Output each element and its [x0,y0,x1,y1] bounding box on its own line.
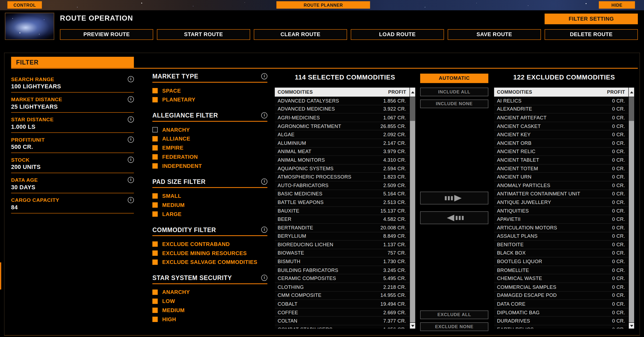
commodity-row[interactable]: ANCIENT TABLET0 CR. [494,156,628,165]
commodity-row[interactable]: DURADRIVES0 CR. [494,317,628,325]
commodity-row[interactable]: ASSAULT PLANS0 CR. [494,232,628,241]
commodity-row[interactable]: AQUAPONIC SYSTEMS2.594 CR. [275,164,410,173]
scrollbar[interactable] [629,88,634,328]
commodity-row[interactable]: ALEXANDRITE0 CR. [494,105,628,114]
filter-item-profit-unit[interactable]: PROFIT/UNITi500 CR. [11,136,134,153]
commodity-row[interactable]: BAUXITE15.137 CR. [275,207,410,215]
commodity-row[interactable]: ADVANCED CATALYSERS1.856 CR. [275,97,410,105]
control-button[interactable]: CONTROL [7,1,42,9]
tab-filter[interactable]: FILTER [11,57,134,68]
commodity-row[interactable]: ADVANCED MEDICINES3.922 CR. [275,105,410,114]
checkbox-small[interactable]: SMALL [152,191,267,200]
commodity-row[interactable]: AUTO-FABRICATORS2.509 CR. [275,181,410,190]
commodity-row[interactable]: DAMAGED ESCAPE POD0 CR. [494,291,628,300]
commodity-row[interactable]: CMM COMPOSITE14.955 CR. [275,291,410,300]
scroll-track[interactable] [410,97,415,323]
commodity-row[interactable]: ANTIMATTER CONTAINMENT UNIT0 CR. [494,190,628,198]
filter-item-cargo-capacity[interactable]: CARGO CAPACITYi84 [11,196,134,213]
checkbox-empire[interactable]: EMPIRE [152,143,267,152]
commodity-row[interactable]: COBALT19.494 CR. [275,300,410,308]
info-icon[interactable]: i [128,76,134,82]
commodity-row[interactable]: DIPLOMATIC BAG0 CR. [494,308,628,317]
save-route-button[interactable]: SAVE ROUTE [448,29,541,40]
clear-route-button[interactable]: CLEAR ROUTE [254,29,347,40]
commodity-row[interactable]: BOOTLEG LIQUOR0 CR. [494,258,628,266]
info-icon[interactable]: i [128,96,134,103]
info-icon[interactable]: i [128,177,134,183]
move-to-excluded-button[interactable] [420,192,488,205]
commodity-row[interactable]: ANCIENT RELIC0 CR. [494,147,628,156]
commodity-row[interactable]: ANCIENT CASKET0 CR. [494,122,628,131]
commodity-row[interactable]: BEER4.582 CR. [275,215,410,224]
info-icon[interactable]: i [261,112,267,118]
info-icon[interactable]: i [261,73,267,79]
filter-item-search-range[interactable]: SEARCH RANGEi100 LIGHTYEARS [11,76,134,93]
checkbox-exclude-mining-resources[interactable]: EXCLUDE MINING RESOURCES [152,248,267,258]
checkbox-medium[interactable]: MEDIUM [152,200,267,209]
commodity-row[interactable]: AGRONOMIC TREATMENT26.855 CR. [275,122,410,131]
info-icon[interactable]: i [261,227,267,233]
commodity-row[interactable]: ANCIENT ARTEFACT0 CR. [494,113,628,122]
commodity-row[interactable]: ANCIENT KEY0 CR. [494,131,628,139]
checkbox-medium[interactable]: MEDIUM [152,306,267,315]
checkbox-planetary[interactable]: PLANETARY [152,95,267,104]
automatic-button[interactable]: AUTOMATIC [420,74,488,83]
commodity-row[interactable]: EARTH RELICS0 CR. [494,325,628,328]
commodity-row[interactable]: BROMELLITE0 CR. [494,266,628,275]
info-icon[interactable]: i [128,137,134,143]
scroll-up-icon[interactable] [629,88,634,97]
commodity-row[interactable]: ANOMALY PARTICLES0 CR. [494,181,628,190]
checkbox-space[interactable]: SPACE [152,86,267,95]
commodity-row[interactable]: AGRI-MEDICINES1.067 CR. [275,113,410,122]
commodity-row[interactable]: ANCIENT TOTEM0 CR. [494,164,628,173]
filter-item-data-age[interactable]: DATA AGEi30 DAYS [11,176,134,193]
scroll-down-icon[interactable] [629,323,634,329]
scroll-track[interactable] [629,97,634,323]
checkbox-low[interactable]: LOW [152,297,267,306]
commodity-row[interactable]: AI RELICS0 CR. [494,97,628,105]
commodity-row[interactable]: BENITOITE0 CR. [494,241,628,249]
commodity-row[interactable]: COMMERCIAL SAMPLES0 CR. [494,283,628,291]
commodity-row[interactable]: COLTAN7.377 CR. [275,317,410,325]
start-route-button[interactable]: START ROUTE [157,29,250,40]
info-icon[interactable]: i [261,179,267,185]
info-icon[interactable]: i [128,116,134,123]
commodity-row[interactable]: ANCIENT ORB0 CR. [494,139,628,147]
checkbox-exclude-contraband[interactable]: EXCLUDE CONTRABAND [152,239,267,248]
checkbox-independent[interactable]: INDEPENDENT [152,161,267,170]
commodity-row[interactable]: BISMUTH1.730 CR. [275,258,410,266]
filter-item-market-distance[interactable]: MARKET DISTANCEi25 LIGHTYEARS [11,96,134,113]
filter-item-stock[interactable]: STOCKi200 UNITS [11,156,134,173]
commodity-row[interactable]: ALUMINIUM2.147 CR. [275,139,410,147]
commodity-row[interactable]: BIOREDUCING LICHEN1.137 CR. [275,241,410,249]
move-to-selected-button[interactable] [420,211,488,224]
delete-route-button[interactable]: DELETE ROUTE [545,29,638,40]
hide-button[interactable]: HIDE [599,1,635,9]
scroll-thumb[interactable] [629,97,634,121]
checkbox-large[interactable]: LARGE [152,209,267,218]
scroll-down-icon[interactable] [410,323,415,329]
scroll-thumb[interactable] [410,97,415,121]
commodity-row[interactable]: ARTICULATION MOTORS0 CR. [494,224,628,232]
commodity-row[interactable]: ANIMAL MONITORS4.310 CR. [275,156,410,165]
commodity-row[interactable]: ALGAE2.092 CR. [275,131,410,139]
commodity-row[interactable]: ANTIQUE JUWELLERY0 CR. [494,198,628,207]
commodity-row[interactable]: COMBAT STABILISERS1.056 CR. [275,325,410,328]
commodity-row[interactable]: APAVIETII0 CR. [494,215,628,224]
preview-route-button[interactable]: PREVIEW ROUTE [60,29,153,40]
scrollbar[interactable] [410,88,415,328]
exclude-none-button[interactable]: EXCLUDE NONE [420,323,488,331]
commodity-row[interactable]: BUILDING FABRICATORS3.245 CR. [275,266,410,275]
include-none-button[interactable]: INCLUDE NONE [420,100,488,108]
commodity-row[interactable]: BERYLLIUM8.849 CR. [275,232,410,241]
commodity-row[interactable]: ATMOSPHERIC PROCESSORS1.823 CR. [275,173,410,181]
scroll-up-icon[interactable] [410,88,415,97]
commodity-row[interactable]: DATA CORE0 CR. [494,300,628,308]
info-icon[interactable]: i [128,157,134,163]
filter-setting-button[interactable]: FILTER SETTING [545,14,638,24]
checkbox-alliance[interactable]: ALLIANCE [152,134,267,143]
commodity-row[interactable]: BATTLE WEAPONS2.513 CR. [275,198,410,207]
include-all-button[interactable]: INCLUDE ALL [420,88,488,96]
commodity-row[interactable]: ANIMAL MEAT3.979 CR. [275,147,410,156]
commodity-row[interactable]: CLOTHING2.218 CR. [275,283,410,291]
